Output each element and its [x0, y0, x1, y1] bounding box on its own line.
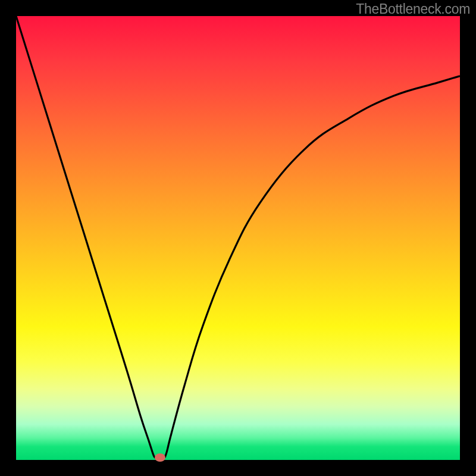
watermark-text: TheBottleneck.com [356, 1, 470, 17]
plot-area [16, 16, 460, 460]
optimum-marker [155, 453, 165, 462]
bottleneck-curve [16, 16, 460, 460]
chart-frame: TheBottleneck.com [0, 0, 476, 476]
